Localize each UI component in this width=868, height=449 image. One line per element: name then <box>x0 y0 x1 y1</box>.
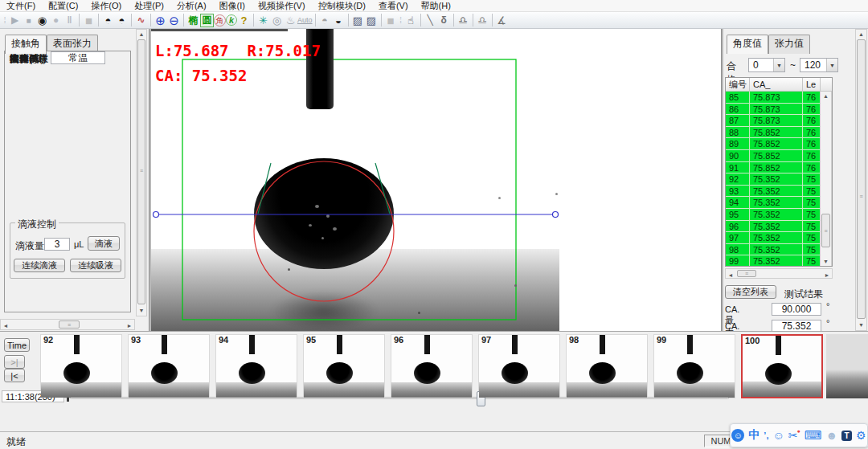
line-tool-icon[interactable]: ╲ <box>424 14 437 27</box>
flower-icon[interactable]: ✳ <box>256 14 270 27</box>
scroll-down-icon[interactable]: ▼ <box>137 307 146 315</box>
separator[interactable] <box>381 14 382 27</box>
help-icon[interactable]: ? <box>237 14 251 27</box>
separator[interactable] <box>150 14 151 27</box>
continuous-drop-button[interactable]: 连续滴液 <box>14 259 65 272</box>
left-panel-vscrollbar[interactable]: ▲ ≡ ▼ <box>136 29 147 316</box>
table-vscroll-thumb[interactable]: ≡ <box>821 214 830 247</box>
separator[interactable] <box>253 14 254 27</box>
frame-thumbnail[interactable]: 100 <box>741 334 823 398</box>
table-hscroll-thumb[interactable]: ≡ <box>737 270 756 277</box>
drop-profile-icon[interactable]: ◓ <box>101 14 115 27</box>
emoji-icon[interactable]: ☺ <box>772 429 784 442</box>
min-angle-combo[interactable]: 0 ▼ <box>748 58 785 72</box>
curve-icon[interactable]: ∿ <box>134 14 148 27</box>
table-row[interactable]: 94 75.352 75 <box>726 197 832 209</box>
menu-operate[interactable]: 操作(O) <box>84 0 128 12</box>
tab-angle-values[interactable]: 角度值 <box>727 35 768 54</box>
scroll-down-icon[interactable]: ▼ <box>821 258 831 266</box>
play-icon[interactable]: ▶ <box>8 14 22 27</box>
circle-fit-icon[interactable]: 圆 <box>200 14 214 27</box>
scroll-right-icon[interactable]: ► <box>126 322 133 330</box>
table-row[interactable]: 86 75.873 76 <box>726 104 832 116</box>
dome-measure-icon[interactable]: ♎ <box>476 14 489 27</box>
tab-contact-angle[interactable]: 接触角 <box>5 35 47 54</box>
separator[interactable] <box>183 14 184 27</box>
separator[interactable] <box>98 14 99 27</box>
punctuation-icon[interactable]: ’, <box>764 431 768 440</box>
dome-dark-icon[interactable]: ◒ <box>332 14 346 27</box>
menu-view[interactable]: 查看(V) <box>372 0 415 12</box>
time-mode-button[interactable]: Time <box>4 338 30 352</box>
col-header-id[interactable]: 编号 <box>726 78 750 91</box>
left-hscroll-thumb[interactable]: ≡ <box>59 320 80 329</box>
table-row[interactable]: 88 75.852 76 <box>726 127 832 139</box>
ellipse-fit-icon[interactable]: 椭 <box>186 14 200 27</box>
scroll-left-icon[interactable]: ◄ <box>2 322 9 330</box>
table-row[interactable]: 95 75.352 75 <box>726 209 832 221</box>
clear-list-button[interactable]: 清空列表 <box>725 285 776 299</box>
arc-measure-icon[interactable]: ♎ <box>457 14 470 27</box>
scroll-up-icon[interactable]: ▲ <box>137 31 146 39</box>
left-vscroll-thumb[interactable]: ≡ <box>137 39 145 304</box>
scroll-up-icon[interactable]: ▲ <box>821 92 831 100</box>
angle-tool-icon[interactable]: ∡ <box>495 14 509 27</box>
table-vscrollbar[interactable]: ▲ ≡ ▼ <box>820 92 832 267</box>
ellipse-cut-icon[interactable]: ⊖ <box>167 14 181 27</box>
video-canvas[interactable]: L:75.687 R:75.017 CA: 75.352 <box>151 29 721 331</box>
camera-icon[interactable]: ◉ <box>35 14 49 27</box>
menu-image[interactable]: 图像(I) <box>213 0 252 12</box>
auto-icon[interactable]: Auto <box>297 14 313 27</box>
tab-tension-values[interactable]: 张力值 <box>768 35 810 54</box>
table-row[interactable]: 91 75.852 76 <box>726 162 832 174</box>
separator[interactable] <box>348 14 349 27</box>
dispense-icon[interactable]: ♨ <box>284 14 297 27</box>
max-angle-combo[interactable]: 120 ▼ <box>800 58 838 72</box>
table-row[interactable]: 89 75.852 76 <box>726 138 832 150</box>
menu-control-module[interactable]: 控制模块(D) <box>312 0 372 12</box>
menu-help[interactable]: 帮助(H) <box>415 0 457 12</box>
menu-video-ops[interactable]: 视频操作(V) <box>252 0 312 12</box>
hand-tool-icon[interactable]: ☝ <box>404 14 418 27</box>
separator[interactable] <box>420 14 421 27</box>
menu-file[interactable]: 文件(F) <box>0 0 42 12</box>
angle-method-icon[interactable]: 角 <box>214 14 226 27</box>
pause-icon[interactable]: ‖ <box>63 14 76 27</box>
frame-thumbnail[interactable]: 93 <box>128 334 210 398</box>
frame-thumbnail[interactable]: 94 <box>215 334 297 398</box>
separator[interactable] <box>453 14 454 27</box>
toolbar-grip[interactable]: ⁞ <box>2 14 8 27</box>
ring-icon[interactable]: ◎ <box>270 14 284 27</box>
drop-volume-input[interactable]: 3 <box>44 238 70 251</box>
crosshair-circle-icon[interactable]: ⊕ <box>154 14 167 27</box>
scroll-up-icon[interactable]: ▲ <box>856 31 866 39</box>
separator[interactable] <box>315 14 316 27</box>
right-panel-vscrollbar[interactable]: ▲ ≡ ▼ <box>855 29 867 331</box>
frame2-icon[interactable]: ■ <box>384 14 398 27</box>
frame-thumbnail[interactable]: 98 <box>566 334 648 398</box>
scroll-right-icon[interactable]: ► <box>824 271 830 280</box>
skin-icon[interactable]: T <box>841 431 852 441</box>
frame-thumbnail[interactable]: 92 <box>40 334 122 398</box>
max-angle-input[interactable]: 90.000 <box>772 303 821 316</box>
left-panel-hscrollbar[interactable]: ◄ ≡ ► <box>0 319 135 330</box>
dispense-button[interactable]: 滴液 <box>88 236 120 251</box>
chinese-mode-icon[interactable]: 中 <box>748 428 760 443</box>
theta-tool-icon[interactable]: δ <box>437 14 451 27</box>
table-row[interactable]: 99 75.352 75 <box>726 255 832 267</box>
table-row[interactable]: 92 75.352 75 <box>726 173 832 186</box>
frame-capture-icon[interactable]: ■ <box>82 14 96 27</box>
chevron-down-icon[interactable]: ▼ <box>773 59 784 71</box>
table-row[interactable]: 87 75.873 76 <box>726 115 832 127</box>
table-hscrollbar[interactable]: ◄ ≡ ► <box>725 268 833 279</box>
scroll-down-icon[interactable]: ▼ <box>856 321 866 329</box>
account-icon[interactable]: ☺ <box>731 429 744 442</box>
settings-gear-icon[interactable]: ⚙ <box>856 429 866 442</box>
first-frame-button[interactable]: |< <box>4 369 25 382</box>
menu-analyze[interactable]: 分析(A) <box>170 0 213 12</box>
drop-profile2-icon[interactable]: ◓ <box>115 14 129 27</box>
toolbar-grip[interactable]: ⁞ <box>398 14 404 27</box>
experiment-req-field[interactable]: 常温 <box>51 51 105 64</box>
next-frame-button[interactable]: >| <box>4 355 25 369</box>
right-vscroll-thumb[interactable]: ≡ <box>857 39 866 319</box>
